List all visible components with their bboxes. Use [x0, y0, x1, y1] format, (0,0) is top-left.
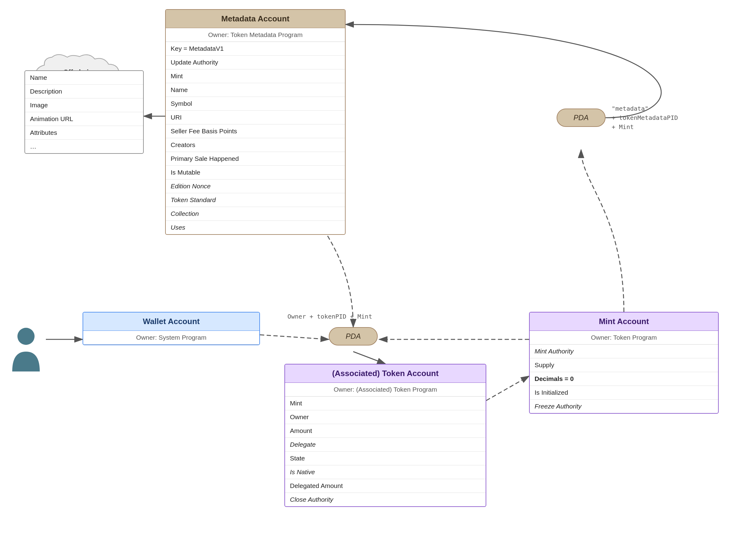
- row-token-amount: Amount: [285, 424, 486, 438]
- pda-top-pill: PDA: [557, 109, 606, 127]
- wallet-account-title: Wallet Account: [83, 312, 259, 331]
- row-mint-authority: Mint Authority: [530, 345, 718, 358]
- row-json-image: Image: [25, 98, 143, 112]
- svg-line-9: [486, 376, 529, 401]
- metadata-account-title: Metadata Account: [166, 10, 345, 28]
- person-icon: [9, 324, 43, 374]
- row-update-authority: Update Authority: [166, 56, 345, 69]
- row-json-description: Description: [25, 85, 143, 98]
- mint-account-owner: Owner: Token Program: [530, 331, 718, 345]
- pda-top-annotation: "metadata"+ tokenMetadataPID+ Mint: [612, 104, 678, 131]
- svg-line-8: [353, 352, 385, 364]
- row-is-initialized: Is Initialized: [530, 386, 718, 400]
- row-json-animation: Animation URL: [25, 112, 143, 126]
- row-primary-sale: Primary Sale Happened: [166, 152, 345, 166]
- wallet-account-owner: Owner: System Program: [83, 331, 259, 345]
- row-token-close-authority: Close Authority: [285, 493, 486, 506]
- row-symbol: Symbol: [166, 97, 345, 111]
- mint-account-title: Mint Account: [530, 312, 718, 331]
- row-name: Name: [166, 83, 345, 97]
- token-account-box: (Associated) Token Account Owner: (Assoc…: [284, 364, 486, 507]
- diagram-container: Metadata Account Owner: Token Metadata P…: [0, 0, 756, 543]
- row-supply: Supply: [530, 358, 718, 372]
- row-json-ellipsis: …: [25, 140, 143, 153]
- metadata-account-owner: Owner: Token Metadata Program: [166, 28, 345, 42]
- row-json-name: Name: [25, 71, 143, 85]
- row-token-state: State: [285, 452, 486, 465]
- row-key: Key = MetadataV1: [166, 42, 345, 56]
- row-freeze-authority: Freeze Authority: [530, 400, 718, 413]
- row-token-delegate: Delegate: [285, 438, 486, 452]
- svg-line-6: [260, 335, 329, 339]
- row-mint: Mint: [166, 69, 345, 83]
- token-account-title: (Associated) Token Account: [285, 364, 486, 383]
- row-json-attributes: Attributes: [25, 126, 143, 140]
- row-collection: Collection: [166, 207, 345, 221]
- pda-bottom-pill: PDA: [329, 327, 378, 345]
- row-decimals: Decimals = 0: [530, 372, 718, 386]
- offchain-json-box: Name Description Image Animation URL Att…: [24, 70, 144, 154]
- metadata-account-box: Metadata Account Owner: Token Metadata P…: [165, 9, 346, 235]
- row-uses: Uses: [166, 221, 345, 234]
- row-token-standard: Token Standard: [166, 193, 345, 207]
- row-token-delegated-amount: Delegated Amount: [285, 479, 486, 493]
- row-token-is-native: Is Native: [285, 465, 486, 479]
- svg-point-15: [17, 328, 35, 345]
- row-token-mint: Mint: [285, 397, 486, 410]
- row-creators: Creators: [166, 138, 345, 152]
- token-account-owner: Owner: (Associated) Token Program: [285, 383, 486, 397]
- row-edition-nonce: Edition Nonce: [166, 179, 345, 193]
- row-token-owner: Owner: [285, 410, 486, 424]
- mint-account-box: Mint Account Owner: Token Program Mint A…: [529, 312, 719, 414]
- row-seller-fee: Seller Fee Basis Points: [166, 124, 345, 138]
- row-is-mutable: Is Mutable: [166, 166, 345, 179]
- wallet-account-box: Wallet Account Owner: System Program: [83, 312, 260, 345]
- pda-bottom-annotation: Owner + tokenPID + Mint: [287, 312, 372, 321]
- row-uri: URI: [166, 111, 345, 124]
